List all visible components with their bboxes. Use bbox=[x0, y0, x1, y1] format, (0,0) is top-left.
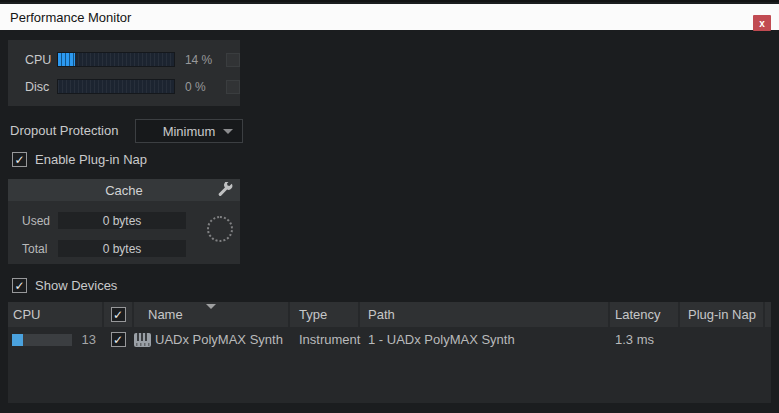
device-enable-checkbox[interactable]: ✓ bbox=[111, 332, 126, 347]
device-latency-cell: 1.3 ms bbox=[610, 327, 678, 352]
cache-used-row: Used 0 bytes bbox=[22, 212, 186, 229]
close-button[interactable]: x bbox=[753, 15, 771, 31]
device-latency: 1.3 ms bbox=[615, 332, 654, 347]
check-icon: ✓ bbox=[14, 280, 24, 292]
cache-panel: Cache Used 0 bytes Total 0 bytes bbox=[8, 179, 240, 264]
window-title: Performance Monitor bbox=[10, 10, 131, 25]
cpu-meter bbox=[57, 52, 175, 67]
check-icon: ✓ bbox=[14, 154, 24, 166]
close-icon: x bbox=[759, 18, 765, 29]
column-header-plugin-nap[interactable]: Plug-in Nap bbox=[680, 302, 763, 327]
device-type: Instrument bbox=[299, 332, 360, 347]
disc-meter-value: 0 % bbox=[185, 80, 218, 94]
cpu-meter-value: 14 % bbox=[185, 53, 218, 67]
cache-total-row: Total 0 bytes bbox=[22, 240, 186, 257]
disc-overload-indicator[interactable] bbox=[226, 80, 240, 94]
device-cpu-value: 13 bbox=[72, 332, 96, 347]
device-name-cell: UADx PolyMAX Synth bbox=[134, 327, 288, 352]
device-cpu-meter bbox=[12, 334, 72, 346]
disc-meter-row: Disc 0 % bbox=[8, 79, 240, 94]
devices-table-header: CPU ✓ Name Type Path Latency Plug-in Na bbox=[8, 302, 771, 327]
device-path: 1 - UADx PolyMAX Synth bbox=[368, 332, 515, 347]
dropout-protection-value: Minimum bbox=[163, 124, 216, 139]
column-header-type[interactable]: Type bbox=[290, 302, 358, 327]
cache-title: Cache bbox=[105, 183, 143, 198]
cache-used-label: Used bbox=[22, 214, 58, 228]
show-devices-checkbox[interactable]: ✓ bbox=[12, 278, 27, 293]
show-devices-label: Show Devices bbox=[35, 278, 117, 293]
column-header-filler bbox=[765, 302, 771, 327]
device-type-cell: Instrument bbox=[290, 327, 358, 352]
device-path-cell: 1 - UADx PolyMAX Synth bbox=[360, 327, 608, 352]
device-cpu-cell: 13 bbox=[8, 327, 102, 352]
check-icon: ✓ bbox=[113, 309, 123, 321]
device-cpu-meter-fill bbox=[12, 334, 23, 346]
enable-plugin-nap-checkbox[interactable]: ✓ bbox=[12, 152, 27, 167]
enable-plugin-nap-label: Enable Plug-in Nap bbox=[35, 152, 147, 167]
sort-descending-icon bbox=[206, 304, 216, 309]
cpu-meter-fill bbox=[58, 53, 74, 66]
cache-used-value: 0 bytes bbox=[58, 212, 186, 229]
chevron-down-icon bbox=[223, 129, 233, 134]
cache-panel-header: Cache bbox=[8, 179, 240, 201]
show-devices-row[interactable]: ✓ Show Devices bbox=[12, 278, 117, 293]
select-all-checkbox[interactable]: ✓ bbox=[111, 307, 126, 322]
table-row[interactable]: 13 ✓ UADx PolyMAX Synth bbox=[8, 327, 771, 352]
devices-table: CPU ✓ Name Type Path Latency Plug-in Na bbox=[8, 302, 771, 403]
cache-activity-spinner-icon bbox=[207, 216, 233, 242]
cpu-meter-row: CPU 14 % bbox=[8, 52, 240, 67]
cache-total-value: 0 bytes bbox=[58, 240, 186, 257]
dropout-protection-label: Dropout Protection bbox=[10, 123, 118, 138]
instrument-keyboard-icon bbox=[134, 333, 151, 347]
device-name: UADx PolyMAX Synth bbox=[155, 332, 283, 347]
system-meters-panel: CPU 14 % Disc 0 % bbox=[8, 40, 240, 106]
enable-plugin-nap-row[interactable]: ✓ Enable Plug-in Nap bbox=[12, 152, 147, 167]
disc-meter bbox=[57, 79, 175, 94]
dropout-protection-select[interactable]: Minimum bbox=[135, 119, 243, 143]
title-bar: Performance Monitor x bbox=[0, 4, 779, 30]
cpu-meter-label: CPU bbox=[25, 53, 57, 67]
check-icon: ✓ bbox=[113, 334, 123, 346]
disc-meter-label: Disc bbox=[25, 80, 57, 94]
device-plugin-nap-cell bbox=[680, 327, 763, 352]
device-enable-cell: ✓ bbox=[104, 327, 132, 352]
column-header-name[interactable]: Name bbox=[134, 302, 288, 327]
cpu-overload-indicator[interactable] bbox=[226, 53, 240, 67]
column-header-latency[interactable]: Latency bbox=[610, 302, 678, 327]
cache-total-label: Total bbox=[22, 242, 58, 256]
column-header-select-all[interactable]: ✓ bbox=[104, 302, 132, 327]
column-header-path[interactable]: Path bbox=[360, 302, 608, 327]
column-header-cpu[interactable]: CPU bbox=[8, 302, 102, 327]
wrench-icon[interactable] bbox=[218, 182, 233, 197]
performance-monitor-window: Performance Monitor x CPU 14 % Disc 0 % … bbox=[0, 0, 779, 413]
